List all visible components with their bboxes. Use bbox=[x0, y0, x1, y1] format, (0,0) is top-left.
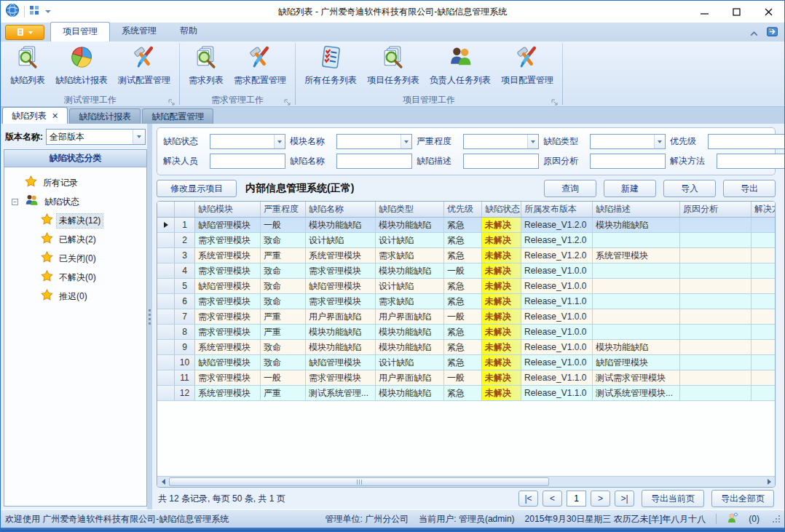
filter-select-缺陷类型[interactable] bbox=[590, 134, 666, 149]
ribbon-button-所有任务列表[interactable]: 所有任务列表 bbox=[299, 43, 362, 89]
dialog-launcher-icon[interactable] bbox=[284, 98, 291, 104]
cell-缺陷描述: 缺陷管理模块 bbox=[593, 355, 680, 370]
prev-page-button[interactable]: < bbox=[543, 491, 562, 507]
ribbon-group-测试管理工作: 缺陷列表缺陷统计报表测试配置管理测试管理工作 bbox=[2, 41, 178, 106]
column-header-缺陷类型[interactable]: 缺陷类型 bbox=[376, 202, 444, 217]
filter-select-严重程度[interactable] bbox=[463, 134, 539, 149]
table-row[interactable]: 4需求管理模块致命需求管理模块模块功能缺陷一般未解决Release_V1.0.0 bbox=[157, 263, 775, 279]
table-row[interactable]: 1缺陷管理模块一般模块功能缺陷模块功能缺陷紧急未解决Release_V1.2.0… bbox=[157, 218, 775, 233]
scroll-right-icon[interactable] bbox=[763, 477, 775, 487]
tree-item-已关闭(0)[interactable]: 已关闭(0) bbox=[12, 249, 143, 268]
ribbon-button-测试配置管理[interactable]: 测试配置管理 bbox=[113, 43, 175, 89]
first-page-button[interactable]: |< bbox=[518, 491, 538, 507]
table-row[interactable]: 9系统管理模块致命模块功能缺陷模块功能缺陷紧急未解决Release_V1.0.0… bbox=[157, 340, 775, 355]
column-header-解决方法[interactable]: 解决方法 bbox=[752, 202, 775, 217]
tree-item-已解决(2)[interactable]: 已解决(2) bbox=[12, 230, 143, 249]
column-header-缺陷描述[interactable]: 缺陷描述 bbox=[593, 202, 680, 217]
select-caret-icon[interactable] bbox=[401, 135, 411, 148]
dialog-launcher-icon[interactable] bbox=[168, 98, 175, 104]
ribbon-tab-系统管理[interactable]: 系统管理 bbox=[110, 22, 168, 41]
table-row[interactable]: 6需求管理模块致命需求管理模块需求缺陷紧急未解决Release_V1.1.0 bbox=[157, 294, 775, 309]
app-menu-button[interactable] bbox=[5, 25, 44, 40]
ribbon-tab-帮助[interactable]: 帮助 bbox=[168, 22, 209, 41]
horizontal-scrollbar[interactable] bbox=[157, 476, 775, 487]
select-caret-icon[interactable] bbox=[654, 135, 665, 148]
table-row[interactable]: 10缺陷管理模块致命缺陷管理模块设计缺陷紧急未解决Release_V1.0.0缺… bbox=[157, 355, 775, 370]
filter-input-解决人员[interactable] bbox=[210, 154, 285, 169]
resize-grip-icon[interactable] bbox=[773, 515, 780, 523]
window-layout-icon[interactable] bbox=[29, 5, 39, 18]
table-row[interactable]: 11需求管理模块一般需求管理模块用户界面缺陷一般未解决Release_V1.1.… bbox=[157, 370, 775, 386]
close-button[interactable] bbox=[752, 1, 784, 23]
export-all-pages-button[interactable]: 导出全部页 bbox=[711, 490, 774, 507]
maximize-button[interactable] bbox=[720, 1, 752, 23]
ribbon-button-项目配置管理[interactable]: 项目配置管理 bbox=[496, 43, 559, 89]
tree-item-推迟(0)[interactable]: 推迟(0) bbox=[12, 287, 143, 306]
cell-缺陷状态: 未解决 bbox=[482, 263, 521, 278]
collapse-ribbon-icon[interactable] bbox=[749, 27, 759, 40]
version-select-caret-icon[interactable] bbox=[133, 130, 145, 144]
filter-select-模块名称[interactable] bbox=[336, 134, 412, 149]
column-header-原因分析[interactable]: 原因分析 bbox=[680, 202, 752, 217]
table-row[interactable]: 8需求管理模块严重模块功能缺陷模块功能缺陷紧急未解决Release_V1.0.0 bbox=[157, 325, 775, 340]
ribbon-button-缺陷统计报表[interactable]: 缺陷统计报表 bbox=[50, 43, 113, 89]
dialog-launcher-icon[interactable] bbox=[551, 98, 558, 104]
column-header-严重程度[interactable]: 严重程度 bbox=[261, 202, 306, 217]
app-menu-caret-icon bbox=[28, 31, 33, 34]
ribbon-button-缺陷列表[interactable]: 缺陷列表 bbox=[5, 43, 50, 89]
ribbon-button-需求列表[interactable]: 需求列表 bbox=[184, 43, 229, 89]
modify-columns-button[interactable]: 修改显示项目 bbox=[157, 180, 237, 197]
filter-input-原因分析[interactable] bbox=[590, 154, 666, 169]
close-tab-icon[interactable]: ✕ bbox=[52, 111, 58, 121]
header-indicator-cell bbox=[157, 202, 175, 217]
column-header-缺陷状态[interactable]: 缺陷状态 bbox=[482, 202, 521, 217]
doc-tab-缺陷统计报表[interactable]: 缺陷统计报表 bbox=[69, 108, 141, 124]
collapse-node-icon[interactable]: − bbox=[12, 199, 18, 205]
table-row[interactable]: 12系统管理模块严重测试系统管理...模块功能缺陷紧急未解决Release_V1… bbox=[157, 386, 775, 401]
tree-item-所有记录[interactable]: 所有记录 bbox=[12, 173, 143, 192]
column-header-缺陷模块[interactable]: 缺陷模块 bbox=[195, 202, 261, 217]
table-row[interactable]: 5缺陷管理模块致命缺陷管理模块设计缺陷紧急未解决Release_V1.0.0 bbox=[157, 279, 775, 294]
quick-access-caret-icon[interactable] bbox=[45, 10, 51, 13]
scrollbar-thumb[interactable] bbox=[169, 477, 549, 486]
next-page-button[interactable]: > bbox=[591, 491, 610, 507]
sidebar-splitter[interactable] bbox=[147, 124, 152, 509]
about-icon[interactable] bbox=[766, 25, 778, 41]
select-caret-icon[interactable] bbox=[274, 135, 285, 148]
tree-item-不解决(0)[interactable]: 不解决(0) bbox=[12, 268, 143, 287]
cell-缺陷描述 bbox=[593, 233, 680, 247]
table-row[interactable]: 3系统管理模块严重系统管理模块需求缺陷紧急未解决Release_V1.2.0系统… bbox=[157, 248, 775, 263]
tree-item-未解决(12)[interactable]: 未解决(12) bbox=[12, 211, 143, 230]
cell-缺陷描述 bbox=[593, 309, 680, 324]
column-header-缺陷名称[interactable]: 缺陷名称 bbox=[306, 202, 376, 217]
new-button[interactable]: 新建 bbox=[604, 180, 656, 197]
minimize-button[interactable] bbox=[688, 1, 720, 23]
version-select[interactable]: 全部版本 bbox=[46, 129, 146, 145]
page-number-input[interactable] bbox=[567, 491, 586, 507]
ribbon-group-caption: 项目管理工作 bbox=[299, 93, 559, 106]
tree-item-缺陷状态[interactable]: −缺陷状态 bbox=[12, 192, 143, 211]
select-caret-icon[interactable] bbox=[527, 135, 538, 148]
online-user-icon[interactable] bbox=[727, 512, 738, 526]
column-header-所属发布版本[interactable]: 所属发布版本 bbox=[521, 202, 593, 217]
doc-tab-缺陷配置管理[interactable]: 缺陷配置管理 bbox=[142, 108, 213, 124]
filter-input-缺陷描述[interactable] bbox=[463, 154, 539, 169]
filter-input-缺陷名称[interactable] bbox=[336, 154, 412, 169]
ribbon-button-项目任务列表[interactable]: 项目任务列表 bbox=[362, 43, 425, 89]
import-button[interactable]: 导入 bbox=[663, 180, 716, 197]
export-current-page-button[interactable]: 导出当前页 bbox=[642, 490, 704, 507]
scroll-left-icon[interactable] bbox=[157, 477, 169, 487]
filter-input-解决方法[interactable] bbox=[717, 154, 784, 169]
filter-select-缺陷状态[interactable] bbox=[210, 134, 285, 149]
column-header-优先级[interactable]: 优先级 bbox=[444, 202, 482, 217]
export-button[interactable]: 导出 bbox=[723, 180, 776, 197]
doc-tab-缺陷列表[interactable]: 缺陷列表✕ bbox=[2, 107, 68, 124]
table-row[interactable]: 2需求管理模块致命设计缺陷设计缺陷紧急未解决Release_V1.2.0 bbox=[157, 233, 775, 248]
search-button[interactable]: 查询 bbox=[544, 180, 596, 197]
filter-select-优先级[interactable] bbox=[708, 134, 784, 149]
last-page-button[interactable]: >| bbox=[615, 491, 634, 507]
ribbon-button-需求配置管理[interactable]: 需求配置管理 bbox=[229, 43, 291, 89]
table-row[interactable]: 7需求管理模块严重用户界面缺陷用户界面缺陷一般未解决Release_V1.0.0 bbox=[157, 309, 775, 325]
ribbon-button-负责人任务列表[interactable]: 负责人任务列表 bbox=[425, 43, 496, 89]
ribbon-tab-项目管理[interactable]: 项目管理 bbox=[50, 22, 110, 41]
